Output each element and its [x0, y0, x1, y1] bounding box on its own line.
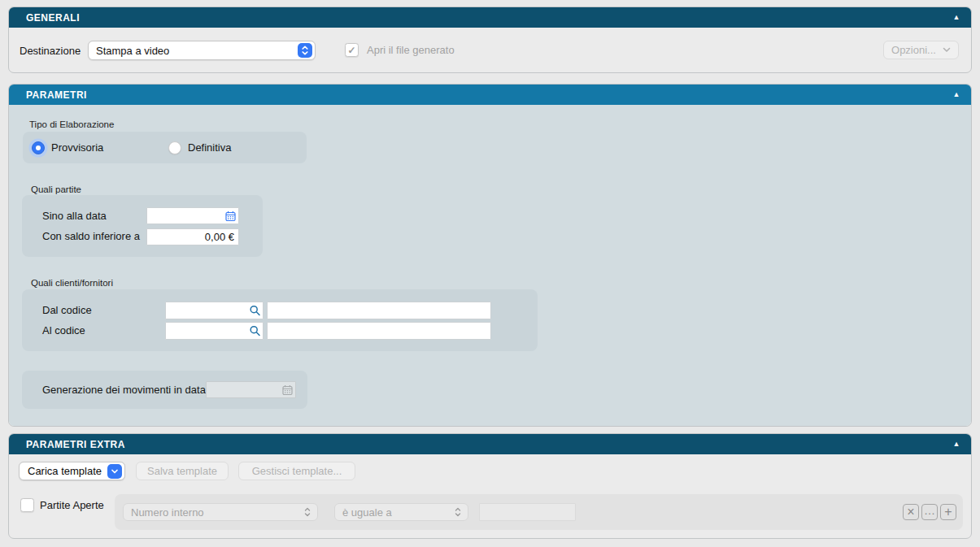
clear-icon: × — [907, 506, 914, 519]
panel-parametri-title: PARAMETRI — [26, 89, 87, 101]
panel-parametri-extra-body: Carica template Salva template Gestisci … — [9, 454, 971, 538]
con-saldo-input[interactable] — [146, 228, 239, 245]
search-icon[interactable] — [249, 325, 261, 337]
filter-actions: × … + — [903, 504, 956, 520]
dal-codice-label: Dal codice — [42, 304, 92, 317]
quali-clienti-label: Quali clienti/fornitori — [31, 277, 113, 289]
opzioni-button[interactable]: Opzioni... — [883, 41, 959, 59]
filter-operator-select-value: è uguale a — [335, 506, 451, 519]
gestisci-template-label: Gestisci template... — [252, 465, 342, 477]
collapse-icon[interactable]: ▲ — [953, 441, 960, 448]
al-codice-label: Al codice — [42, 324, 85, 337]
apri-file-label: Apri il file generato — [367, 44, 455, 57]
calendar-icon — [281, 384, 294, 396]
al-codice-descrizione-input[interactable] — [267, 322, 491, 340]
salva-template-button[interactable]: Salva template — [136, 462, 229, 480]
generazione-label: Generazione dei movimenti in data — [42, 384, 206, 397]
ellipsis-icon: … — [924, 505, 935, 516]
generazione-group: Generazione dei movimenti in data — [22, 371, 307, 409]
radio-selected-icon — [32, 141, 45, 154]
check-icon: ✓ — [347, 46, 355, 55]
search-icon[interactable] — [249, 305, 261, 317]
dal-codice-field-wrap — [165, 302, 264, 319]
destinazione-label: Destinazione — [20, 45, 81, 58]
filter-operator-select[interactable]: è uguale a — [334, 503, 468, 521]
radio-definitiva[interactable]: Definitiva — [168, 132, 231, 163]
panel-generali-body: Destinazione Stampa a video ✓ Apri il fi… — [9, 28, 971, 72]
salva-template-label: Salva template — [147, 465, 217, 477]
quali-partite-group: Sino alla data Con sald — [22, 195, 263, 257]
al-codice-field-wrap — [165, 322, 264, 340]
clear-filter-button[interactable]: × — [903, 504, 919, 520]
generazione-field-wrap — [206, 381, 296, 398]
filter-value-input[interactable] — [479, 503, 576, 521]
panel-generali-title: GENERALI — [26, 12, 80, 24]
chevron-down-icon — [107, 464, 122, 479]
plus-icon: + — [944, 506, 952, 519]
stepper-icon — [298, 43, 312, 58]
stepper-icon — [300, 505, 315, 519]
opzioni-button-label: Opzioni... — [891, 44, 936, 56]
tipo-elaborazione-group: Provvisoria Definitiva — [23, 132, 307, 163]
quali-clienti-group: Dal codice Al codice — [22, 289, 538, 351]
sino-alla-data-label: Sino alla data — [42, 210, 107, 223]
radio-definitiva-label: Definitiva — [188, 141, 231, 154]
more-filter-button[interactable]: … — [921, 504, 938, 520]
apri-file-checkbox[interactable]: ✓ — [345, 43, 359, 57]
destinazione-select[interactable]: Stampa a video — [88, 41, 316, 60]
panel-parametri-header[interactable]: PARAMETRI ▲ — [9, 85, 971, 105]
carica-template-button[interactable]: Carica template — [19, 462, 125, 480]
radio-unselected-icon — [168, 141, 181, 154]
panel-parametri-extra: PARAMETRI EXTRA ▲ Carica template Salva … — [8, 433, 972, 539]
collapse-icon[interactable]: ▲ — [953, 14, 960, 21]
calendar-icon[interactable] — [224, 210, 237, 222]
partite-aperte-checkbox[interactable] — [20, 498, 34, 512]
carica-template-label: Carica template — [28, 465, 102, 477]
filter-field-select-value: Numero interno — [124, 506, 300, 519]
destinazione-select-value: Stampa a video — [89, 45, 298, 57]
panel-generali-header[interactable]: GENERALI ▲ — [9, 7, 971, 28]
sino-alla-data-field-wrap — [146, 207, 239, 224]
panel-parametri-extra-header[interactable]: PARAMETRI EXTRA ▲ — [9, 434, 971, 454]
quali-partite-label: Quali partite — [31, 184, 81, 195]
stepper-icon — [451, 505, 465, 519]
radio-provvisoria-label: Provvisoria — [51, 141, 103, 154]
filter-row: Numero interno è uguale a — [115, 494, 963, 530]
add-filter-button[interactable]: + — [940, 504, 956, 520]
chevron-down-icon — [943, 47, 951, 53]
dal-codice-descrizione-input[interactable] — [267, 302, 491, 319]
collapse-icon[interactable]: ▲ — [953, 91, 960, 98]
radio-provvisoria[interactable]: Provvisoria — [32, 132, 103, 163]
filter-field-select[interactable]: Numero interno — [123, 503, 318, 521]
partite-aperte-label: Partite Aperte — [40, 499, 104, 512]
panel-parametri-body: Tipo di Elaborazione Provvisoria Definit… — [9, 105, 971, 426]
tipo-elaborazione-label: Tipo di Elaborazione — [29, 119, 114, 130]
panel-generali: GENERALI ▲ Destinazione Stampa a video ✓… — [8, 7, 972, 73]
gestisci-template-button[interactable]: Gestisci template... — [238, 462, 355, 480]
panel-parametri-extra-title: PARAMETRI EXTRA — [26, 439, 125, 450]
panel-parametri: PARAMETRI ▲ Tipo di Elaborazione Provvis… — [8, 84, 972, 427]
con-saldo-label: Con saldo inferiore a — [42, 230, 140, 243]
